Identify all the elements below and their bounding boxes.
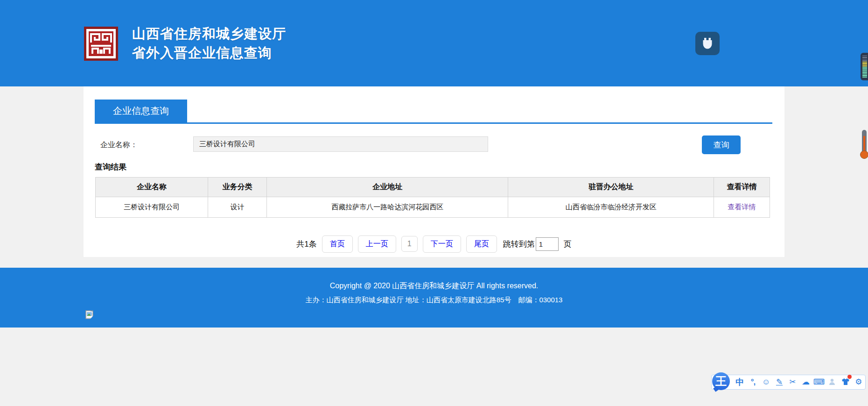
jump-page-input[interactable] bbox=[536, 237, 559, 251]
col-header-enterprise-address: 企业地址 bbox=[267, 178, 508, 197]
total-count-text: 共1条 bbox=[296, 239, 316, 249]
site-title-line1: 山西省住房和城乡建设厅 bbox=[132, 24, 286, 43]
page-footer: Copyright @ 2020 山西省住房和城乡建设厅 All rights … bbox=[0, 268, 868, 328]
prev-page-button[interactable]: 上一页 bbox=[358, 235, 396, 253]
equalizer-teal-bars bbox=[862, 67, 867, 78]
emoji-icon[interactable]: ☺ bbox=[760, 375, 773, 389]
view-details-link[interactable]: 查看详情 bbox=[728, 203, 756, 211]
ime-logo-glyph: 王 bbox=[715, 374, 727, 389]
shanxi-seal-logo-icon bbox=[84, 27, 118, 61]
page: { "header": { "title_line1": "山西省住房和城乡建设… bbox=[0, 0, 868, 406]
clipboard-scissors-icon[interactable]: ✂ bbox=[786, 375, 799, 389]
notification-dot bbox=[847, 375, 852, 379]
first-page-button[interactable]: 首页 bbox=[322, 235, 353, 253]
enterprise-name-input[interactable] bbox=[193, 136, 488, 152]
virtual-keyboard-icon[interactable]: ⌨ bbox=[812, 375, 826, 389]
equalizer-widget[interactable] bbox=[861, 53, 868, 80]
thermometer-widget[interactable] bbox=[860, 130, 868, 159]
punctuation-icon[interactable]: °, bbox=[746, 375, 759, 389]
pagination: 共1条 首页 上一页 1 下一页 尾页 跳转到第 页 bbox=[84, 235, 784, 252]
jump-suffix-label: 页 bbox=[564, 239, 572, 249]
site-title-line2: 省外入晋企业信息查询 bbox=[132, 43, 286, 63]
plug-icon bbox=[700, 36, 714, 50]
search-button[interactable]: 查询 bbox=[702, 135, 741, 154]
search-form: 企业名称： 查询 bbox=[95, 136, 772, 155]
query-panel: 企业信息查询 企业名称： 查询 查询结果 企业名称 业务分类 企业地址 驻晋办公… bbox=[84, 86, 784, 257]
results-table: 企业名称 业务分类 企业地址 驻晋办公地址 查看详情 三桥设计有限公司 设计 西… bbox=[95, 177, 770, 218]
col-header-business-category: 业务分类 bbox=[208, 178, 267, 197]
cell-enterprise-name: 三桥设计有限公司 bbox=[96, 197, 208, 218]
table-header-row: 企业名称 业务分类 企业地址 驻晋办公地址 查看详情 bbox=[96, 178, 770, 197]
cell-enterprise-address: 西藏拉萨市八一路哈达滨河花园西区 bbox=[267, 197, 508, 218]
cloud-icon[interactable]: ☁ bbox=[799, 375, 812, 389]
col-header-office-address: 驻晋办公地址 bbox=[508, 178, 714, 197]
enterprise-name-label: 企业名称： bbox=[100, 140, 138, 150]
broken-image-icon bbox=[85, 310, 94, 319]
chinese-mode-icon[interactable]: 中 bbox=[733, 375, 746, 389]
settings-gear-icon[interactable]: ⚙ bbox=[852, 375, 865, 389]
skin-icon[interactable] bbox=[839, 375, 852, 389]
page-header: 山西省住房和城乡建设厅 省外入晋企业信息查询 bbox=[0, 0, 868, 86]
tab-enterprise-info-query[interactable]: 企业信息查询 bbox=[95, 100, 187, 122]
table-row: 三桥设计有限公司 设计 西藏拉萨市八一路哈达滨河花园西区 山西省临汾市临汾经济开… bbox=[96, 197, 770, 218]
next-page-button[interactable]: 下一页 bbox=[423, 235, 461, 253]
equalizer-gray-bars bbox=[862, 55, 867, 62]
site-title: 山西省住房和城乡建设厅 省外入晋企业信息查询 bbox=[132, 24, 286, 63]
col-header-enterprise-name: 企业名称 bbox=[96, 178, 208, 197]
organizer-address-text: 主办：山西省住房和城乡建设厅 地址：山西省太原市建设北路85号 邮编：03001… bbox=[0, 294, 868, 306]
cell-office-address: 山西省临汾市临汾经济开发区 bbox=[508, 197, 714, 218]
jump-prefix-label: 跳转到第 bbox=[503, 239, 535, 249]
col-header-view-details: 查看详情 bbox=[714, 178, 770, 197]
tab-strip: 企业信息查询 bbox=[95, 100, 772, 124]
current-page-indicator: 1 bbox=[401, 236, 418, 252]
account-icon[interactable] bbox=[826, 375, 839, 389]
ime-toolbar: 中 °, ☺ ✎ ✂ ☁ ⌨ ⚙ bbox=[711, 375, 866, 390]
ime-logo-button[interactable]: 王 bbox=[712, 372, 730, 390]
cell-business-category: 设计 bbox=[208, 197, 267, 218]
handwriting-icon[interactable]: ✎ bbox=[773, 375, 786, 389]
equalizer-yellow-bars bbox=[862, 62, 867, 67]
plug-widget-button[interactable] bbox=[695, 32, 720, 55]
results-title: 查询结果 bbox=[95, 162, 784, 172]
copyright-text: Copyright @ 2020 山西省住房和城乡建设厅 All rights … bbox=[0, 280, 868, 292]
thermometer-bulb bbox=[860, 150, 868, 159]
last-page-button[interactable]: 尾页 bbox=[466, 235, 497, 253]
